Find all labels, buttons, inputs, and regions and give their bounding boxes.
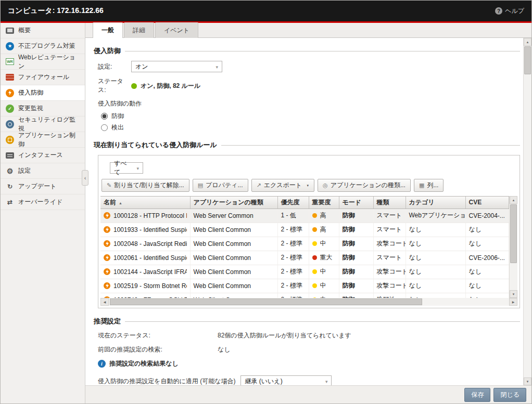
tab-label: 詳細 [133, 27, 145, 34]
radio-input[interactable] [101, 124, 108, 131]
export-icon [257, 182, 261, 189]
toolbar-button-properties[interactable]: プロパティ... [193, 179, 248, 192]
scroll-up-icon[interactable] [510, 196, 517, 204]
rule-type: 攻撃コード [377, 282, 406, 289]
radio-input[interactable] [101, 113, 108, 120]
severity-dot [312, 241, 317, 246]
table-row[interactable]: 1002048 - JavaScript Redirect... Web Cli… [100, 237, 509, 251]
table-row[interactable]: 1002061 - Identified Suspicious... Web C… [100, 251, 509, 265]
rule-name: 1002048 - JavaScript Redirect... [113, 240, 187, 247]
table-horizontal-scrollbar[interactable] [100, 298, 517, 306]
column-header[interactable]: モード [339, 197, 373, 208]
behavior-radio[interactable]: 防御 [101, 112, 520, 121]
columns-icon [419, 182, 424, 189]
ips-rule-icon [104, 226, 110, 233]
status-value: オン, 防御, 82 ルール [141, 82, 200, 90]
table-row[interactable]: 1002144 - JavaScript IFRAME R... Web Cli… [100, 265, 509, 279]
table-row[interactable]: 1003742 - FFmpeg OGV File For... Web Cli… [100, 293, 509, 298]
sidebar: 概要 不正プログラム対策 Webレピュテーション ファイアウォール 侵入防御 変… [1, 23, 85, 403]
scroll-down-icon[interactable] [524, 377, 531, 385]
computer-details-window: コンピュータ: 172.16.122.66 ヘルプ 概要 不正プログラム対策 W… [0, 0, 532, 404]
no-results-note: 推奨設定の検索結果なし [109, 359, 179, 368]
help-label: ヘルプ [505, 7, 524, 16]
close-button[interactable]: 閉じる [493, 388, 526, 402]
section-divider [125, 321, 520, 322]
ips-state-select[interactable]: オン [131, 61, 222, 72]
section-title-recommendations: 推奨設定 [94, 317, 121, 326]
toolbar-button-application-types[interactable]: アプリケーションの種類... [318, 179, 411, 192]
sidebar-item-label: ファイアウォール [18, 73, 69, 82]
help-link[interactable]: ヘルプ [495, 7, 524, 16]
sidebar-item-integrity[interactable]: 変更監視 [1, 101, 85, 116]
sidebar-item-settings[interactable]: 設定 [1, 163, 85, 179]
sidebar-item-log[interactable]: セキュリティログ監視 [1, 116, 85, 132]
rule-mode: 防御 [343, 254, 355, 261]
rule-category: なし [409, 254, 422, 261]
chevron-down-icon [211, 63, 218, 70]
sidebar-item-anti-malware[interactable]: 不正プログラム対策 [1, 38, 85, 54]
sidebar-item-label: オーバーライド [18, 198, 62, 206]
sidebar-item-overrides[interactable]: オーバーライド [1, 194, 85, 210]
scrollbar-thumb[interactable] [524, 46, 531, 74]
sidebar-item-interfaces[interactable]: インタフェース [1, 148, 85, 163]
rule-severity: 中 [320, 267, 326, 276]
scrollbar-thumb[interactable] [110, 298, 422, 305]
column-header[interactable]: カテゴリ [406, 197, 465, 208]
tab-label: 一般 [102, 27, 114, 34]
appcontrol-icon [6, 136, 14, 144]
rules-filter-select[interactable]: すべて [110, 162, 143, 174]
sidebar-collapse-handle[interactable] [82, 170, 88, 186]
scroll-up-icon[interactable] [524, 38, 531, 46]
sidebar-item-label: アップデート [18, 182, 56, 191]
rule-priority: 2 - 標準 [281, 226, 302, 233]
column-header[interactable]: 種類 [373, 197, 406, 208]
auto-apply-select[interactable]: 継承 (いいえ) [240, 375, 332, 385]
content-scrollbar[interactable] [523, 38, 531, 385]
save-button[interactable]: 保存 [464, 388, 490, 402]
log-icon [6, 120, 14, 128]
toolbar-button-label: アプリケーションの種類... [331, 181, 406, 190]
radio-label: 検出 [111, 123, 124, 132]
firewall-icon [6, 74, 14, 81]
column-header[interactable]: 重要度 [309, 197, 339, 208]
overrides-icon [6, 198, 14, 206]
column-header[interactable]: アプリケーションの種類 [190, 197, 277, 208]
table-row[interactable]: 1001933 - Identified Suspicious... Web C… [100, 223, 509, 237]
general-tab-panel: 侵入防御 設定: オン ステータス: オン, 防御, 82 ルール [85, 38, 523, 385]
tab-label: イベント [164, 27, 189, 34]
toolbar-button-assign[interactable]: 割り当て/割り当て解除... [102, 179, 189, 192]
sidebar-item-updates[interactable]: アップデート [1, 179, 85, 194]
ips-rule-icon [104, 240, 110, 247]
scrollbar-thumb[interactable] [510, 204, 517, 263]
toolbar-button-columns[interactable]: 列... [414, 179, 444, 192]
sidebar-item-label: アプリケーション制御 [18, 131, 80, 149]
rule-severity: 中 [320, 281, 326, 290]
sidebar-item-firewall[interactable]: ファイアウォール [1, 70, 85, 85]
table-row[interactable]: 1002519 - Storm Botnet Redire... Web Cli… [100, 279, 509, 293]
scroll-right-icon[interactable] [509, 298, 517, 306]
behavior-radio[interactable]: 検出 [101, 123, 520, 132]
rule-name: 1000128 - HTTP Protocol Deco... [113, 212, 187, 219]
scroll-left-icon[interactable] [100, 298, 109, 306]
rule-type: 攻撃コード [377, 240, 406, 247]
ips-rule-icon [104, 212, 110, 219]
rule-severity: 高 [320, 225, 326, 234]
sidebar-item-overview[interactable]: 概要 [1, 23, 85, 38]
toolbar-button-label: 割り当て/割り当て解除... [114, 181, 184, 190]
scroll-down-icon[interactable] [510, 290, 517, 298]
sidebar-item-web-reputation[interactable]: Webレピュテーション [1, 54, 85, 70]
toolbar-button-export[interactable]: エクスポート [251, 179, 315, 192]
table-vertical-scrollbar[interactable] [509, 196, 517, 298]
tab-general[interactable]: 一般 [93, 22, 123, 38]
column-header[interactable]: CVE [465, 197, 509, 208]
current-status-value: 82個の侵入防御ルールが割り当てられています [218, 331, 351, 340]
rule-type: スマート [377, 212, 402, 219]
column-header[interactable]: 優先度 [277, 197, 309, 208]
tab-events[interactable]: イベント [155, 22, 198, 38]
table-row[interactable]: 1000128 - HTTP Protocol Deco... Web Serv… [100, 208, 509, 223]
sidebar-item-ips[interactable]: 侵入防御 [1, 85, 85, 101]
tab-advanced[interactable]: 詳細 [124, 22, 154, 38]
rule-cve: CVE-2006-... [469, 254, 505, 262]
sidebar-item-appcontrol[interactable]: アプリケーション制御 [1, 132, 85, 148]
column-header[interactable]: 名前 [100, 197, 190, 208]
